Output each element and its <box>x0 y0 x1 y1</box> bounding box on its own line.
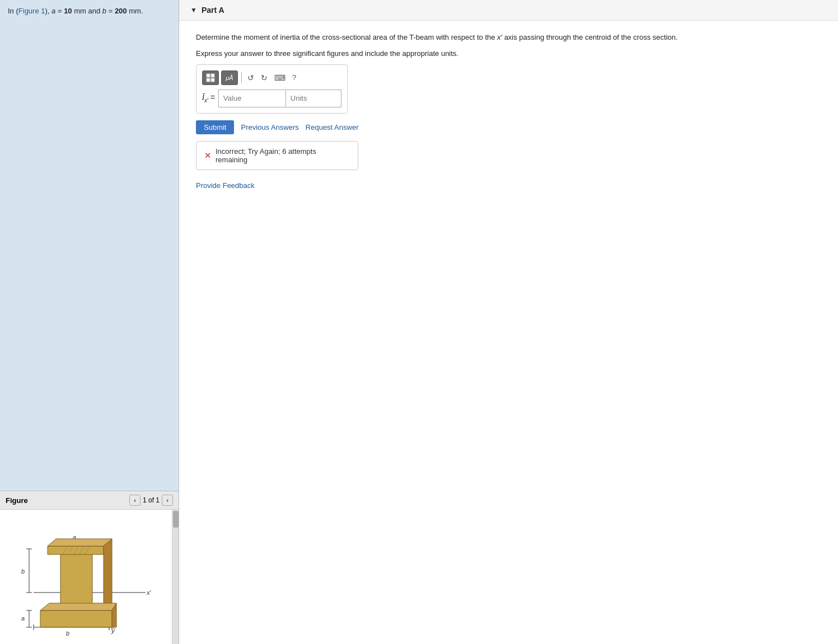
part-header: ▼ Part A <box>179 0 838 21</box>
svg-rect-33 <box>211 74 214 77</box>
error-box: ✕ Incorrect; Try Again; 6 attempts remai… <box>196 141 358 170</box>
main-content: Determine the moment of inertia of the c… <box>179 21 838 201</box>
help-icon: ? <box>292 73 296 82</box>
units-input[interactable] <box>285 90 341 107</box>
svg-rect-35 <box>211 78 214 82</box>
figure-title: Figure <box>6 496 28 505</box>
x-prime-label: x′ <box>497 33 502 41</box>
error-icon: ✕ <box>204 151 211 160</box>
figure-link[interactable]: Figure 1 <box>18 7 45 15</box>
svg-rect-34 <box>207 78 210 82</box>
redo-btn[interactable]: ↻ <box>259 72 270 83</box>
b-value: 200 <box>115 7 127 15</box>
undo-btn[interactable]: ↺ <box>245 72 256 83</box>
given-values: In (Figure 1), a = 10 mm and b = 200 mm. <box>8 7 171 15</box>
svg-rect-32 <box>207 74 210 77</box>
submit-row: Submit Previous Answers Request Answer <box>196 120 821 134</box>
undo-icon: ↺ <box>247 73 254 82</box>
svg-text:b: b <box>21 568 25 575</box>
svg-text:a: a <box>21 615 25 622</box>
mu-a-btn[interactable]: μÅ <box>221 70 238 85</box>
figure-body: x′ ȳ b a b <box>0 510 179 644</box>
matrix-icon <box>206 73 215 82</box>
svg-marker-25 <box>40 603 116 610</box>
svg-marker-21 <box>48 546 104 554</box>
b-unit: mm <box>129 7 141 15</box>
previous-answers-link[interactable]: Previous Answers <box>241 123 298 131</box>
answer-box: μÅ ↺ ↻ ⌨ ? Īx′ = <box>196 64 348 114</box>
figure-scrollbar[interactable] <box>172 510 179 644</box>
figure-header: Figure ‹ 1 of 1 › <box>0 491 179 510</box>
error-text: Incorrect; Try Again; 6 attempts remaini… <box>216 147 350 164</box>
svg-text:ȳ: ȳ <box>111 627 115 634</box>
a-value: 10 <box>64 7 72 15</box>
a-unit: mm <box>74 7 86 15</box>
tbeam-svg: x′ ȳ b a b <box>0 510 165 637</box>
request-answer-link[interactable]: Request Answer <box>306 123 359 131</box>
svg-text:b: b <box>66 630 69 637</box>
keyboard-btn[interactable]: ⌨ <box>272 72 288 83</box>
right-panel: ▼ Part A Determine the moment of inertia… <box>179 0 838 644</box>
keyboard-icon: ⌨ <box>274 73 285 82</box>
left-panel: In (Figure 1), a = 10 mm and b = 200 mm.… <box>0 0 179 644</box>
part-title: Part A <box>202 6 224 15</box>
figure-nav: ‹ 1 of 1 › <box>129 495 173 506</box>
help-btn[interactable]: ? <box>292 73 296 82</box>
provide-feedback-link[interactable]: Provide Feedback <box>196 181 255 190</box>
matrix-btn[interactable] <box>202 70 219 85</box>
question-line2: Express your answer to three significant… <box>196 48 821 60</box>
figure-scroll-thumb <box>173 511 179 528</box>
input-row: Īx′ = <box>202 90 341 107</box>
figure-prev-btn[interactable]: ‹ <box>129 495 141 506</box>
input-label: Īx′ = <box>202 93 215 104</box>
figure-section: Figure ‹ 1 of 1 › x′ ȳ b <box>0 491 179 644</box>
part-collapse-arrow[interactable]: ▼ <box>190 6 197 14</box>
svg-text:x′: x′ <box>146 589 152 596</box>
value-input[interactable] <box>218 90 285 107</box>
toolbar-separator <box>241 72 242 83</box>
svg-marker-22 <box>48 539 112 546</box>
submit-button[interactable]: Submit <box>196 120 234 134</box>
figure-page: 1 of 1 <box>143 496 160 504</box>
question-line1: Determine the moment of inertia of the c… <box>196 32 821 44</box>
svg-marker-24 <box>40 610 112 627</box>
toolbar: μÅ ↺ ↻ ⌨ ? <box>202 70 341 85</box>
figure-next-btn[interactable]: › <box>162 495 173 506</box>
mu-a-label: μÅ <box>226 74 233 81</box>
redo-icon: ↻ <box>261 73 268 82</box>
